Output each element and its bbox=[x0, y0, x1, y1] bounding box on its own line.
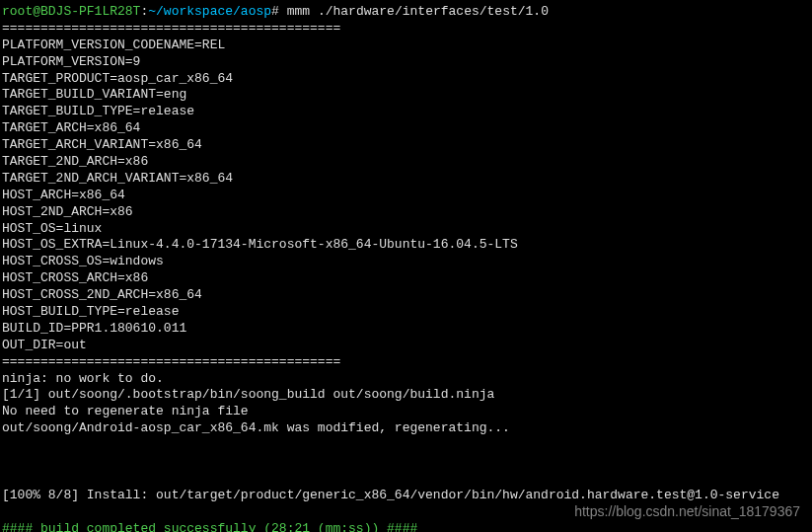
build-var-line: HOST_OS_EXTRA=Linux-4.4.0-17134-Microsof… bbox=[2, 237, 810, 254]
build-var-line: HOST_2ND_ARCH=x86 bbox=[2, 204, 810, 221]
build-var-line: HOST_CROSS_2ND_ARCH=x86_64 bbox=[2, 287, 810, 304]
build-var-line: BUILD_ID=PPR1.180610.011 bbox=[2, 321, 810, 338]
prompt-user-host: root@BDJS-PF1LR28T bbox=[2, 4, 140, 19]
ninja-line: out/soong/Android-aosp_car_x86_64.mk was… bbox=[2, 420, 810, 437]
build-var-line: HOST_ARCH=x86_64 bbox=[2, 188, 810, 204]
build-var-line: TARGET_PRODUCT=aosp_car_x86_64 bbox=[2, 71, 810, 88]
build-var-line: HOST_CROSS_ARCH=x86 bbox=[2, 270, 810, 287]
build-var-line: HOST_BUILD_TYPE=release bbox=[2, 304, 810, 321]
command: mmm ./hardware/interfaces/test/1.0 bbox=[287, 4, 549, 19]
build-var-line: TARGET_ARCH=x86_64 bbox=[2, 120, 810, 137]
prompt-line[interactable]: root@BDJS-PF1LR28T:~/workspace/aosp# mmm… bbox=[2, 4, 810, 21]
build-var-line: PLATFORM_VERSION=9 bbox=[2, 54, 810, 71]
build-vars-block: PLATFORM_VERSION_CODENAME=RELPLATFORM_VE… bbox=[2, 38, 810, 354]
build-var-line: OUT_DIR=out bbox=[2, 338, 810, 354]
separator-bottom: ========================================… bbox=[2, 354, 810, 371]
build-var-line: HOST_OS=linux bbox=[2, 221, 810, 238]
prompt-path: ~/workspace/aosp bbox=[148, 4, 271, 19]
ninja-line: No need to regenerate ninja file bbox=[2, 404, 810, 420]
ninja-line: [1/1] out/soong/.bootstrap/bin/soong_bui… bbox=[2, 387, 810, 404]
watermark: https://blog.csdn.net/sinat_18179367 bbox=[574, 502, 800, 520]
build-var-line: TARGET_BUILD_VARIANT=eng bbox=[2, 87, 810, 104]
build-var-line: TARGET_2ND_ARCH=x86 bbox=[2, 154, 810, 171]
success-line: #### build completed successfully (28:21… bbox=[2, 521, 810, 532]
build-var-line: TARGET_BUILD_TYPE=release bbox=[2, 104, 810, 120]
command-text bbox=[279, 4, 287, 19]
ninja-line: ninja: no work to do. bbox=[2, 371, 810, 388]
build-var-line: TARGET_ARCH_VARIANT=x86_64 bbox=[2, 137, 810, 154]
build-var-line: HOST_CROSS_OS=windows bbox=[2, 254, 810, 270]
build-var-line: TARGET_2ND_ARCH_VARIANT=x86_64 bbox=[2, 171, 810, 188]
prompt-sep2: # bbox=[271, 4, 279, 19]
ninja-output-block: ninja: no work to do.[1/1] out/soong/.bo… bbox=[2, 371, 810, 438]
build-var-line: PLATFORM_VERSION_CODENAME=REL bbox=[2, 38, 810, 54]
separator-top: ========================================… bbox=[2, 21, 810, 38]
